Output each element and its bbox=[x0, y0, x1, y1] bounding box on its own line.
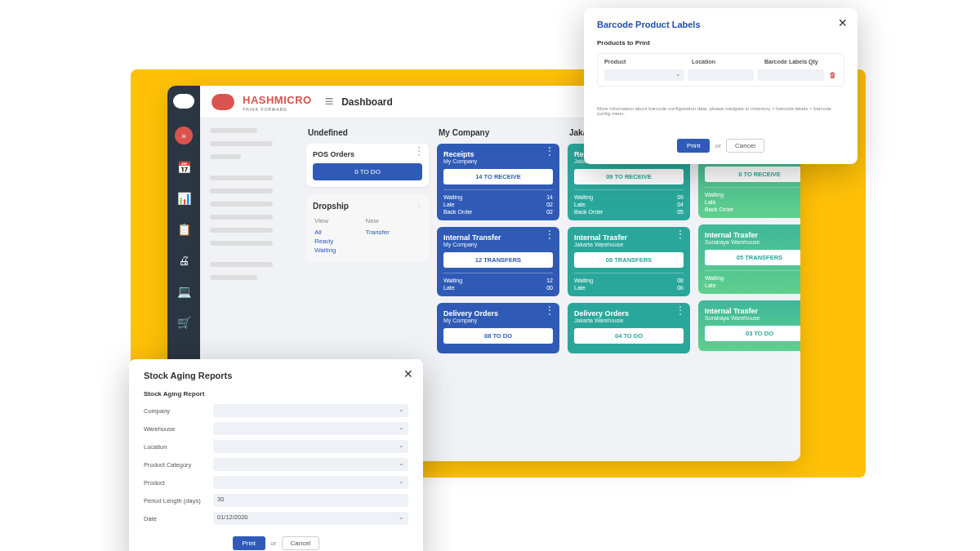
stat-value: 14 bbox=[546, 194, 553, 200]
close-icon[interactable]: ✕ bbox=[403, 367, 413, 380]
brand-cloud-icon bbox=[212, 94, 234, 110]
field-label: Date bbox=[144, 515, 213, 522]
stat-label: Waiting bbox=[574, 278, 593, 283]
tile-stats: Waiting09Late04Back Order05 bbox=[705, 187, 800, 213]
stock-modal-subtitle: Stock Aging Report bbox=[144, 390, 408, 398]
print-button[interactable]: Print bbox=[677, 139, 710, 153]
kanban-tile[interactable]: ⋮Internal TrasferJakarta Warehouse08 TRA… bbox=[568, 227, 690, 296]
field-label: Warehouse bbox=[144, 425, 213, 433]
filter-link[interactable]: Waiting bbox=[314, 247, 363, 254]
form-row: Product Category⌄ bbox=[144, 458, 408, 471]
stat-label: Late bbox=[705, 282, 716, 288]
location-input[interactable] bbox=[688, 69, 755, 81]
barcode-modal-title: Barcode Product Labels bbox=[597, 20, 844, 29]
view-header: View bbox=[314, 217, 363, 227]
more-icon[interactable]: ⋮ bbox=[545, 232, 555, 237]
more-icon[interactable]: ⋮ bbox=[675, 232, 685, 237]
cart-icon[interactable]: 🛒 bbox=[176, 314, 192, 331]
kanban-tile[interactable]: ⋮Delivery OrdersMy Company08 TO DO bbox=[437, 303, 559, 353]
pos-orders-card: ⋮POS Orders0 TO DO bbox=[306, 144, 429, 187]
barcode-modal-actions: Print or Cancel bbox=[597, 139, 844, 153]
sidebar-expand-button[interactable]: » bbox=[175, 127, 193, 144]
stat-label: Late bbox=[574, 285, 586, 291]
tile-subtitle: Jakarta Warehouse bbox=[574, 242, 684, 247]
filter-link[interactable]: All bbox=[314, 229, 363, 236]
field-input[interactable]: ⌄ bbox=[213, 440, 408, 453]
filter-link[interactable] bbox=[365, 238, 421, 245]
field-label: Product Category bbox=[144, 461, 213, 469]
col-product: Product bbox=[604, 59, 692, 64]
or-text: or bbox=[270, 540, 276, 547]
tile-title: Internal Trasfer bbox=[705, 231, 800, 239]
qty-input[interactable] bbox=[757, 69, 824, 81]
tile-title: Internal Trasfer bbox=[574, 233, 684, 242]
field-label: Location bbox=[144, 443, 213, 451]
stat-value: 05 bbox=[677, 209, 684, 215]
filter-link[interactable] bbox=[365, 247, 421, 254]
filter-link[interactable]: Ready bbox=[314, 238, 363, 245]
chevron-down-icon: ⌄ bbox=[399, 424, 404, 431]
more-icon[interactable]: ⋮ bbox=[414, 149, 424, 153]
kanban-tile[interactable]: ⋮Delivery OrdersJakarta Warehouse04 TO D… bbox=[568, 303, 690, 353]
more-icon[interactable]: ⋮ bbox=[545, 149, 555, 153]
field-input[interactable]: ⌄ bbox=[213, 458, 408, 471]
brand-tagline: THINK FORWARD bbox=[243, 107, 312, 112]
field-input[interactable]: ⌄ bbox=[213, 404, 408, 417]
tile-subtitle: Surabaya Warehouse bbox=[705, 315, 800, 321]
close-icon[interactable]: ✕ bbox=[838, 16, 848, 29]
print-button[interactable]: Print bbox=[233, 536, 265, 550]
board-column: Jakarta⋮ReceiptsJakarta Warehouse09 TO R… bbox=[568, 125, 690, 453]
print-icon[interactable]: 🖨 bbox=[176, 252, 192, 269]
chart-icon[interactable]: 📊 bbox=[176, 190, 192, 207]
kanban-tile[interactable]: ⋮ReceiptsMy Company14 TO RECEIVEWaiting1… bbox=[437, 144, 559, 220]
tile-action-button[interactable]: 08 TRANSFERS bbox=[574, 252, 684, 268]
tile-action-button[interactable]: 0 TO RECEIVE bbox=[705, 167, 800, 182]
kanban-tile[interactable]: ⋮Internal TransferMy Company12 TRANSFERS… bbox=[437, 227, 559, 296]
tile-title: Delivery Orders bbox=[443, 309, 553, 318]
form-row: Product⌄ bbox=[144, 476, 408, 489]
field-input[interactable]: ⌄ bbox=[213, 476, 408, 489]
tile-action-button[interactable]: 12 TRANSFERS bbox=[443, 252, 553, 268]
calendar-icon[interactable]: 📅 bbox=[176, 159, 192, 176]
tile-stats: Waiting12Late00 bbox=[443, 273, 553, 291]
product-select[interactable]: ⌄ bbox=[604, 69, 684, 81]
kanban-tile[interactable]: ⋮Internal TrasferSurabaya Warehouse05 TR… bbox=[698, 224, 800, 294]
stock-modal-title: Stock Aging Reports bbox=[144, 371, 408, 380]
list-icon[interactable]: 📋 bbox=[176, 221, 192, 238]
stat-value: 04 bbox=[677, 202, 684, 207]
tile-action-button[interactable]: 14 TO RECEIVE bbox=[443, 169, 553, 184]
stat-label: Back Order bbox=[574, 209, 603, 215]
tile-action-button[interactable]: 08 TO DO bbox=[443, 328, 553, 344]
stat-label: Back Order bbox=[443, 209, 472, 215]
tile-action-button[interactable]: 03 TO DO bbox=[705, 326, 800, 341]
chevron-down-icon: ⌄ bbox=[399, 460, 404, 467]
delete-row-icon[interactable]: 🗑 bbox=[827, 71, 837, 79]
board-column: My Company⋮ReceiptsMy Company14 TO RECEI… bbox=[437, 125, 559, 453]
hamburger-icon[interactable]: ≡ bbox=[325, 93, 334, 110]
more-icon[interactable]: ⋮ bbox=[416, 202, 422, 209]
tile-title: Receipts bbox=[443, 150, 553, 158]
more-icon[interactable]: ⋮ bbox=[545, 308, 555, 313]
tile-action-button[interactable]: 04 TO DO bbox=[574, 328, 684, 344]
form-row: Period Length (days)30 bbox=[144, 494, 408, 507]
cancel-button[interactable]: Cancel bbox=[726, 139, 764, 153]
monitor-icon[interactable]: 💻 bbox=[176, 283, 192, 300]
stat-label: Waiting bbox=[705, 192, 724, 198]
kanban-tile[interactable]: ⋮Internal TrasferSurabaya Warehouse03 TO… bbox=[698, 300, 800, 351]
logo-icon bbox=[173, 94, 194, 109]
field-input[interactable]: ⌄ bbox=[213, 422, 408, 435]
tile-action-button[interactable]: 05 TRANSFERS bbox=[705, 250, 800, 265]
field-input[interactable]: 30 bbox=[213, 494, 408, 507]
stat-value: 09 bbox=[677, 194, 684, 200]
cancel-button[interactable]: Cancel bbox=[282, 536, 320, 550]
tile-action-button[interactable]: 09 TO RECEIVE bbox=[574, 169, 684, 184]
stat-label: Waiting bbox=[705, 275, 724, 281]
more-icon[interactable]: ⋮ bbox=[675, 308, 685, 313]
stat-value: 00 bbox=[546, 285, 553, 291]
todo-button[interactable]: 0 TO DO bbox=[313, 163, 422, 180]
tile-title: Delivery Orders bbox=[574, 309, 684, 318]
filter-link[interactable]: Transfer bbox=[365, 229, 421, 236]
stat-value: 12 bbox=[546, 278, 553, 283]
field-input[interactable]: 01/12/2020⌄ bbox=[213, 512, 408, 525]
stat-value: 02 bbox=[546, 202, 553, 207]
